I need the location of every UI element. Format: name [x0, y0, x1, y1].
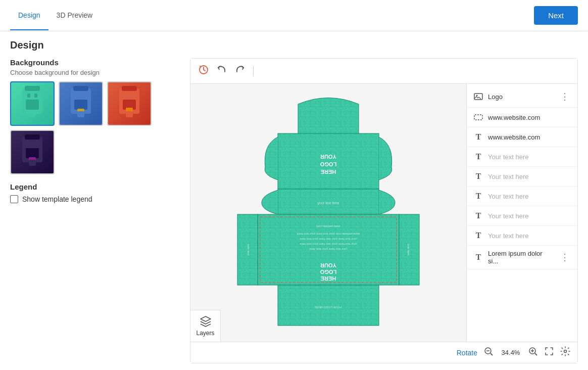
text-type-icon-3: T: [473, 171, 484, 182]
svg-rect-8: [73, 86, 88, 91]
redo-icon: [235, 65, 245, 75]
background-options: [10, 81, 182, 174]
layer-item-text3[interactable]: T Your text here: [467, 187, 577, 206]
backgrounds-title: Backgrounds: [10, 58, 182, 67]
layer-label-text5: Your text here: [488, 232, 571, 240]
text-type-icon-2: T: [473, 151, 484, 162]
rotate-button[interactable]: Rotate: [457, 349, 477, 357]
background-option-dark[interactable]: [10, 130, 55, 174]
svg-text:your text here your text here : your text here your text here your text …: [300, 238, 357, 241]
toolbar-divider: [253, 66, 254, 76]
legend-section: Legend Show template legend: [10, 182, 182, 203]
layer-item-text1[interactable]: T Your text here: [467, 147, 577, 167]
layer-more-logo[interactable]: ⋮: [558, 90, 571, 103]
settings-button[interactable]: [560, 346, 570, 359]
svg-text:your text here your text here : your text here your text here your text …: [300, 243, 357, 246]
layers-icon: [200, 315, 212, 328]
layer-label-text3: Your text here: [488, 193, 571, 200]
zoom-level-display: 34.4%: [500, 349, 522, 356]
svg-rect-4: [32, 111, 36, 117]
layer-item-website-dashed[interactable]: www.website.com: [467, 108, 577, 127]
history-button[interactable]: [197, 63, 211, 79]
svg-text:LOGO: LOGO: [320, 161, 336, 167]
undo-icon: [217, 65, 227, 75]
sidebar: Backgrounds Choose background for design: [10, 58, 182, 363]
svg-rect-49: [474, 94, 482, 100]
text-type-icon-4: T: [473, 191, 484, 202]
settings-icon: [560, 346, 570, 356]
text-type-icon-6: T: [473, 230, 484, 241]
package-svg: YOUR LOGO HERE your text here: [227, 89, 429, 337]
text-type-icon-1: T: [473, 131, 484, 143]
background-option-blue[interactable]: [59, 81, 103, 126]
tab-design[interactable]: Design: [10, 1, 48, 30]
canvas-bottom: Rotate 34.4%: [190, 342, 577, 363]
svg-rect-27: [278, 133, 379, 189]
layer-item-website-text[interactable]: T www.website.com: [467, 127, 577, 147]
svg-rect-12: [80, 111, 84, 117]
logo-image-icon: [473, 91, 483, 102]
zoom-out-button[interactable]: [483, 346, 494, 359]
redo-button[interactable]: [233, 63, 247, 79]
layer-label-lorem: Lorem ipsum dolor si...: [488, 250, 554, 265]
canvas-main[interactable]: YOUR LOGO HERE your text here: [190, 84, 466, 342]
svg-rect-2: [26, 100, 39, 110]
svg-point-50: [476, 95, 478, 97]
legend-title: Legend: [10, 182, 182, 191]
svg-text:your text here: your text here: [318, 201, 339, 205]
layer-item-text5[interactable]: T Your text here: [467, 226, 577, 246]
svg-rect-47: [278, 285, 379, 326]
backgrounds-subtitle: Choose background for design: [10, 69, 182, 76]
svg-text:www.website.com your text here: www.website.com your text here your text…: [297, 233, 360, 236]
svg-text:www.website.com: www.website.com: [316, 225, 341, 228]
tab-3d-preview[interactable]: 3D Preview: [48, 1, 101, 30]
undo-button[interactable]: [215, 63, 229, 79]
layer-label-text4: Your text here: [488, 212, 571, 220]
zoom-in-button[interactable]: [528, 346, 538, 359]
layer-item-text4[interactable]: T Your text here: [467, 206, 577, 226]
image-icon: [473, 91, 484, 102]
svg-text:HERE: HERE: [321, 275, 336, 282]
fullscreen-button[interactable]: [544, 346, 554, 359]
layer-more-lorem[interactable]: ⋮: [558, 251, 571, 264]
svg-rect-24: [32, 160, 36, 166]
layer-item-text2[interactable]: T Your text here: [467, 167, 577, 187]
svg-rect-51: [474, 115, 482, 120]
background-option-teal[interactable]: [10, 81, 55, 126]
svg-rect-1: [25, 86, 40, 91]
svg-text:HERE: HERE: [321, 169, 336, 175]
svg-text:side text: side text: [247, 244, 250, 256]
legend-row: Show template legend: [10, 195, 182, 203]
dashed-rect-icon: [473, 112, 484, 123]
legend-checkbox[interactable]: [10, 195, 18, 203]
canvas-toolbar: [190, 59, 577, 84]
history-icon: [199, 65, 209, 75]
right-panel: Logo ⋮ www.website.com: [466, 84, 577, 342]
canvas-body: YOUR LOGO HERE your text here: [190, 84, 577, 342]
svg-rect-21: [26, 148, 39, 158]
zoom-out-icon: [483, 346, 494, 356]
background-option-red[interactable]: [107, 81, 152, 126]
svg-rect-18: [129, 111, 133, 117]
t-icon-1: T: [476, 132, 481, 142]
next-button[interactable]: Next: [534, 6, 578, 25]
layer-item-lorem[interactable]: T Lorem ipsum dolor si... ⋮: [467, 246, 577, 269]
layer-item-logo[interactable]: Logo ⋮: [467, 86, 577, 108]
svg-text:YOUR: YOUR: [320, 262, 336, 268]
canvas-area: YOUR LOGO HERE your text here: [190, 58, 578, 363]
tab-bar: Design 3D Preview: [10, 1, 101, 30]
dashed-box-icon: [473, 112, 483, 122]
layer-label-text1: Your text here: [488, 153, 571, 161]
layers-button[interactable]: Layers: [190, 310, 221, 342]
layer-label-logo: Logo: [488, 93, 554, 101]
bg-thumb-svg-1: [15, 83, 50, 124]
page-title: Design: [10, 39, 578, 51]
layer-label-website-dashed: www.website.com: [488, 114, 571, 121]
svg-line-58: [535, 353, 537, 355]
svg-line-54: [491, 353, 493, 355]
svg-text:YOUR LOGO HERE: YOUR LOGO HERE: [315, 306, 342, 309]
svg-rect-9: [74, 100, 87, 110]
layer-label-website-text: www.website.com: [488, 133, 571, 141]
text-type-icon-5: T: [473, 210, 484, 221]
svg-text:side text: side text: [407, 244, 410, 256]
